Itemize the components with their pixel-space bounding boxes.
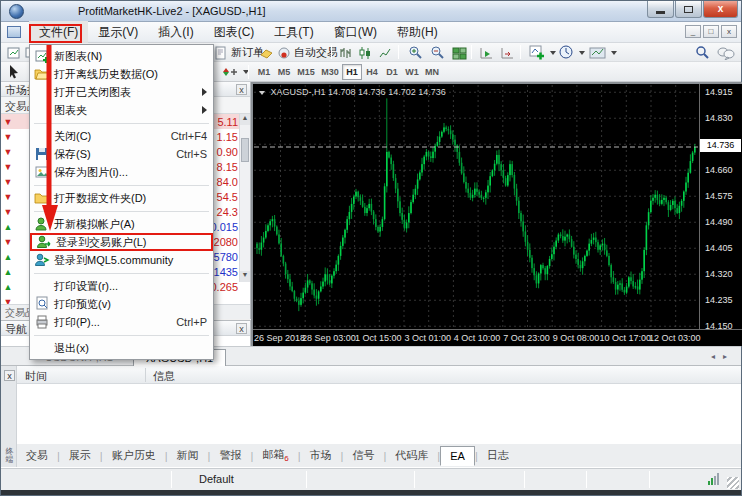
menubar-item[interactable]: 帮助(H): [387, 21, 448, 44]
cursor-button[interactable]: [5, 63, 23, 80]
timeframe-m30[interactable]: M30: [318, 64, 342, 80]
terminal-tab-1[interactable]: 展示: [60, 445, 100, 466]
file-menu-item[interactable]: 登录到MQL5.community: [30, 251, 213, 269]
menu-item-label: 新图表(N): [54, 49, 207, 64]
menu-item-label: 打印预览(v): [54, 297, 207, 312]
menubar-item[interactable]: 窗口(W): [324, 21, 387, 44]
menu-item-label: 打开已关闭图表: [54, 85, 196, 100]
profile-indicator[interactable]: Default: [199, 473, 234, 485]
price-down-icon: ▼: [1, 132, 15, 142]
candlestick-chart[interactable]: [254, 85, 742, 330]
maximize-button[interactable]: [675, 1, 702, 18]
arrows-tool-button[interactable]: [220, 63, 251, 80]
chart-dropdown-icon[interactable]: [259, 91, 265, 95]
tab-scroll-arrows[interactable]: ◂▸: [711, 352, 735, 361]
chart-window-icon[interactable]: [7, 26, 21, 38]
close-button[interactable]: x: [703, 1, 738, 18]
terminal-tab-6[interactable]: 市场: [301, 445, 341, 466]
scroll-up-icon[interactable]: ▲: [240, 114, 250, 125]
scroll-down-icon[interactable]: ▼: [240, 271, 250, 282]
timeframe-mn[interactable]: MN: [422, 64, 442, 80]
menubar-item[interactable]: 工具(T): [264, 21, 323, 44]
resize-grip[interactable]: [727, 477, 739, 489]
journal-list[interactable]: [17, 384, 741, 444]
terminal-tab-0[interactable]: 交易: [17, 445, 57, 466]
file-menu-item[interactable]: 退出(x): [30, 339, 213, 357]
templates-button[interactable]: [587, 44, 619, 61]
terminal-tab-ea[interactable]: EA: [440, 446, 475, 466]
mail-badge: 6: [284, 455, 288, 464]
file-menu-item[interactable]: 打印(P)...Ctrl+P: [30, 313, 213, 331]
time-column-header[interactable]: 时间: [25, 369, 47, 384]
new-chart-icon: [6, 45, 22, 61]
chart-ohlc-header: XAGUSD-,H1 14.708 14.736 14.702 14.736: [259, 87, 446, 97]
file-menu-item[interactable]: 打印预览(v): [30, 295, 213, 313]
ask-price: 24.3: [217, 206, 238, 218]
timeframe-m15[interactable]: M15: [294, 64, 318, 80]
bar-chart-button[interactable]: [336, 44, 355, 61]
mdi-minimize-button[interactable]: _: [685, 25, 701, 38]
timeframe-d1[interactable]: D1: [382, 64, 402, 80]
timeframe-h4[interactable]: H4: [362, 64, 382, 80]
zoom-out-button[interactable]: [428, 44, 448, 61]
terminal-close-icon[interactable]: x: [4, 370, 15, 381]
timeframe-m1[interactable]: M1: [254, 64, 274, 80]
tile-windows-button[interactable]: [450, 44, 470, 61]
market-watch-close-icon[interactable]: x: [236, 84, 247, 95]
minimize-button[interactable]: [647, 1, 674, 18]
time-axis-label: 1 Oct 15:00: [355, 333, 402, 343]
mdi-restore-button[interactable]: □: [703, 25, 719, 38]
periods-button[interactable]: [557, 44, 587, 61]
scrollbar-thumb[interactable]: [241, 138, 249, 162]
line-chart-icon: [378, 46, 393, 60]
terminal-tab-4[interactable]: 警报: [210, 445, 250, 466]
time-axis-label: 26 Sep 2018: [254, 333, 305, 343]
terminal-tab-2[interactable]: 账户历史: [103, 445, 165, 466]
indicators-dropdown-caret[interactable]: [550, 51, 556, 55]
menu-item-label: 退出(x): [54, 341, 207, 356]
terminal-tab-8[interactable]: 代码库: [386, 445, 437, 466]
metaeditor-button[interactable]: [257, 44, 276, 61]
menu-separator: [30, 331, 213, 339]
chart-shift-button[interactable]: [498, 44, 518, 61]
timeframe-h1[interactable]: H1: [342, 64, 362, 80]
terminal-tab-10[interactable]: 日志: [478, 445, 518, 466]
new-chart-button[interactable]: [4, 44, 24, 61]
community-chat-button[interactable]: [715, 44, 737, 61]
mdi-close-button[interactable]: x: [721, 25, 737, 38]
file-menu-item[interactable]: 打印设置(r)...: [30, 277, 213, 295]
auto-scroll-button[interactable]: [477, 44, 497, 61]
time-axis-label: 9 Oct 08:00: [553, 333, 600, 343]
terminal-tab-5[interactable]: 邮箱6: [253, 444, 297, 466]
candlestick-button[interactable]: [356, 44, 375, 61]
search-button[interactable]: [693, 44, 712, 61]
market-watch-scrollbar[interactable]: ▲ ▼: [239, 114, 250, 282]
timeframe-m5[interactable]: M5: [274, 64, 294, 80]
zoom-in-button[interactable]: [406, 44, 426, 61]
menu-item-label: 打印设置(r)...: [54, 279, 207, 294]
price-up-icon: ▲: [1, 252, 15, 262]
auto-scroll-icon: [479, 46, 495, 60]
periods-dropdown-caret[interactable]: [579, 51, 585, 55]
tile-windows-icon: [452, 46, 468, 60]
new-order-icon: [214, 46, 228, 60]
navigator-close-icon[interactable]: x: [236, 323, 247, 334]
ask-price: 0.265: [210, 281, 238, 293]
menubar-item[interactable]: 显示(V): [88, 21, 148, 44]
menubar-item[interactable]: 图表(C): [204, 21, 265, 44]
menu-item-label: 保存为图片(i)...: [54, 165, 207, 180]
indicators-button[interactable]: [527, 44, 558, 61]
terminal-tab-3[interactable]: 新闻: [168, 445, 208, 466]
templates-dropdown-caret[interactable]: [611, 51, 617, 55]
message-column-header[interactable]: 信息: [153, 369, 175, 384]
ask-price: 5780: [214, 251, 238, 263]
close-icon: x: [718, 4, 724, 14]
app-logo-icon: [9, 4, 24, 19]
timeframe-w1[interactable]: W1: [402, 64, 422, 80]
column-divider[interactable]: [145, 368, 146, 382]
terminal-tab-7[interactable]: 信号: [343, 445, 383, 466]
line-chart-button[interactable]: [376, 44, 395, 61]
price-axis-label: 14.320: [705, 269, 733, 279]
autotrading-icon: [277, 46, 291, 60]
menubar-item[interactable]: 插入(I): [148, 21, 203, 44]
